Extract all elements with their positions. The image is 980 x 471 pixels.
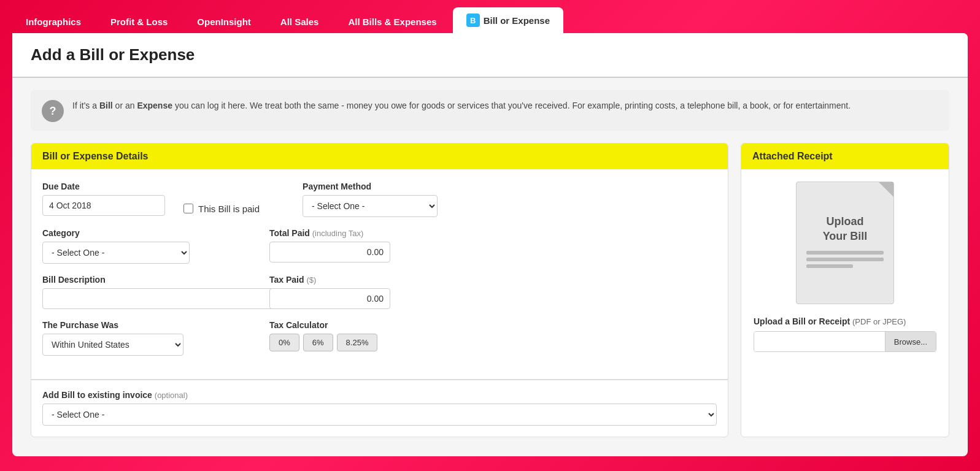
row-category: Category - Select One - Office Supplies …: [42, 228, 717, 264]
due-date-label: Due Date: [42, 182, 165, 191]
upload-label: Upload a Bill or Receipt (PDF or JPEG): [754, 316, 936, 326]
payment-method-col: Payment Method - Select One - Cash Credi…: [303, 182, 438, 217]
upload-section: Upload a Bill or Receipt (PDF or JPEG) B…: [754, 316, 936, 352]
browse-button[interactable]: Browse...: [885, 332, 936, 351]
receipt-line-2: [806, 258, 884, 261]
category-select[interactable]: - Select One - Office Supplies Travel Ut…: [42, 242, 190, 264]
tax-calculator-col: Tax Calculator 0% 6% 8.25%: [269, 320, 377, 356]
this-bill-paid-label: This Bill is paid: [198, 204, 260, 214]
receipt-line-3: [806, 264, 853, 268]
receipt-upload-text: Upload Your Bill: [823, 215, 868, 243]
tab-all-sales[interactable]: All Sales: [267, 10, 333, 33]
info-text: If it's a Bill or an Expense you can log…: [72, 99, 851, 112]
tax-paid-input[interactable]: [269, 288, 390, 309]
tax-0-button[interactable]: 0%: [269, 334, 299, 351]
receipt-document: Upload Your Bill: [796, 182, 894, 304]
purchase-was-label: The Purchase Was: [42, 320, 239, 330]
tax-buttons: 0% 6% 8.25%: [269, 334, 377, 351]
tab-bill-or-expense[interactable]: B Bill or Expense: [453, 7, 563, 33]
tab-openinsight[interactable]: OpenInsight: [183, 10, 264, 33]
right-panel-header: Attached Receipt: [741, 144, 949, 169]
left-panel-header: Bill or Expense Details: [31, 144, 728, 169]
payment-method-select[interactable]: - Select One - Cash Credit Card Bank Tra…: [303, 195, 438, 217]
receipt-area: Upload Your Bill Upload a Bill or Receip…: [741, 169, 949, 364]
tax-825-button[interactable]: 8.25%: [337, 334, 378, 351]
tab-profit-loss[interactable]: Profit & Loss: [97, 10, 181, 33]
form-area: Bill or Expense Details Due Date This Bi…: [12, 143, 968, 456]
left-panel-body: Due Date This Bill is paid Payment Metho…: [31, 169, 728, 379]
total-paid-input[interactable]: [269, 242, 390, 262]
this-bill-paid-checkbox[interactable]: [183, 204, 193, 213]
bill-description-input[interactable]: [42, 288, 276, 309]
due-date-input[interactable]: [42, 195, 165, 216]
info-box: ? If it's a Bill or an Expense you can l…: [31, 90, 949, 131]
tax-6-button[interactable]: 6%: [303, 334, 333, 351]
row-purchase: The Purchase Was Within United States Ou…: [42, 320, 717, 356]
bill-description-col: Bill Description: [42, 275, 239, 309]
paid-checkbox-col: This Bill is paid: [183, 182, 260, 217]
receipt-fold: [879, 182, 893, 197]
due-date-col: Due Date: [42, 182, 165, 217]
tab-bill-expense-label: Bill or Expense: [484, 15, 550, 26]
right-panel: Attached Receipt Upload Your Bill: [741, 143, 949, 437]
tab-bar: Infographics Profit & Loss OpenInsight A…: [0, 0, 980, 33]
upload-input-fake: [754, 332, 885, 351]
category-label: Category: [42, 228, 239, 238]
category-col: Category - Select One - Office Supplies …: [42, 228, 239, 264]
add-bill-select[interactable]: - Select One -: [42, 404, 717, 426]
purchase-was-col: The Purchase Was Within United States Ou…: [42, 320, 239, 356]
add-bill-section: Add Bill to existing invoice (optional) …: [31, 390, 728, 437]
tab-all-bills[interactable]: All Bills & Expenses: [334, 10, 450, 33]
receipt-line-1: [806, 251, 884, 255]
tax-calculator-label: Tax Calculator: [269, 320, 377, 330]
page-header: Add a Bill or Expense: [12, 33, 968, 78]
total-paid-label: Total Paid (including Tax): [269, 228, 390, 238]
main-content: Add a Bill or Expense ? If it's a Bill o…: [12, 33, 968, 456]
purchase-was-select[interactable]: Within United States Outside United Stat…: [42, 334, 183, 356]
row-description: Bill Description Tax Paid ($): [42, 275, 717, 309]
page-title: Add a Bill or Expense: [31, 45, 949, 64]
info-icon: ?: [42, 100, 64, 122]
upload-row: Browse...: [754, 331, 936, 352]
payment-method-label: Payment Method: [303, 182, 438, 191]
bill-expense-icon: B: [466, 13, 480, 27]
total-paid-col: Total Paid (including Tax): [269, 228, 390, 264]
add-bill-label: Add Bill to existing invoice (optional): [42, 390, 717, 400]
tax-paid-label: Tax Paid ($): [269, 275, 390, 285]
left-panel: Bill or Expense Details Due Date This Bi…: [31, 143, 728, 437]
receipt-lines: [806, 251, 884, 271]
tab-infographics[interactable]: Infographics: [12, 10, 95, 33]
bill-description-label: Bill Description: [42, 275, 239, 285]
tax-paid-col: Tax Paid ($): [269, 275, 390, 309]
row-due-date: Due Date This Bill is paid Payment Metho…: [42, 182, 717, 217]
